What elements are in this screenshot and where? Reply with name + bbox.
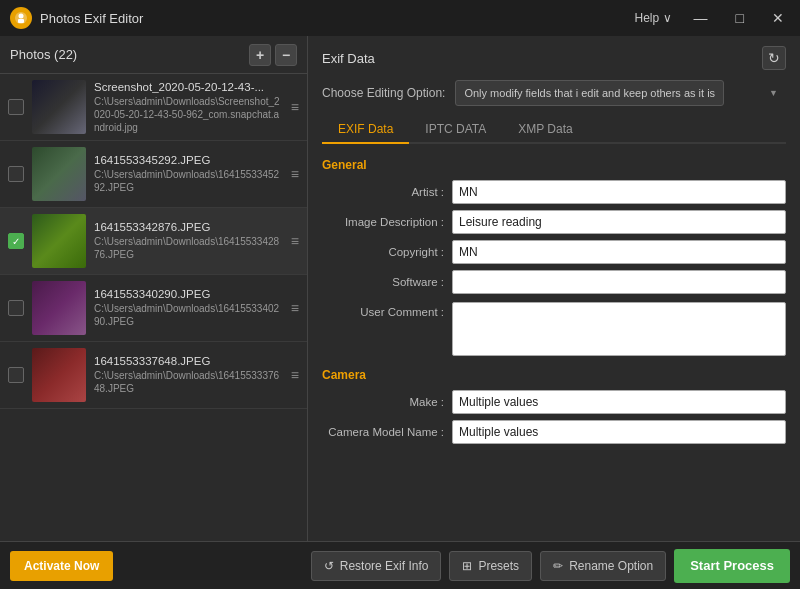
image-description-field-row: Image Description :	[322, 210, 786, 234]
photo-menu-icon[interactable]: ≡	[291, 166, 299, 182]
minimize-button[interactable]: —	[688, 8, 714, 28]
photo-checkbox[interactable]	[8, 367, 24, 383]
artist-input[interactable]	[452, 180, 786, 204]
camera-model-label: Camera Model Name :	[322, 426, 452, 438]
bottom-bar: Activate Now ↺ Restore Exif Info ⊞ Prese…	[0, 541, 800, 589]
photo-action-buttons: + −	[249, 44, 297, 66]
photo-menu-icon[interactable]: ≡	[291, 233, 299, 249]
user-comment-input[interactable]	[452, 302, 786, 356]
rename-option-button[interactable]: ✏ Rename Option	[540, 551, 666, 581]
close-button[interactable]: ✕	[766, 8, 790, 28]
presets-icon: ⊞	[462, 559, 472, 573]
photo-list-item[interactable]: 1641553342876.JPEGC:\Users\admin\Downloa…	[0, 208, 307, 275]
make-label: Make :	[322, 396, 452, 408]
general-section-title: General	[322, 158, 786, 172]
photo-thumbnail	[32, 214, 86, 268]
photo-name: 1641553345292.JPEG	[94, 154, 283, 166]
image-description-label: Image Description :	[322, 216, 452, 228]
remove-photo-button[interactable]: −	[275, 44, 297, 66]
exif-panel-header: Exif Data ↻	[322, 46, 786, 70]
editing-option-select-wrapper: Only modify fields that i edit and keep …	[455, 80, 786, 106]
photo-list-item[interactable]: 1641553337648.JPEGC:\Users\admin\Downloa…	[0, 342, 307, 409]
artist-label: Artist :	[322, 186, 452, 198]
photos-panel-header: Photos (22) + −	[0, 36, 307, 74]
photo-list-item[interactable]: 1641553345292.JPEGC:\Users\admin\Downloa…	[0, 141, 307, 208]
svg-point-1	[19, 14, 24, 19]
image-description-input[interactable]	[452, 210, 786, 234]
photo-name: Screenshot_2020-05-20-12-43-...	[94, 81, 283, 93]
copyright-label: Copyright :	[322, 246, 452, 258]
tab-xmp-data[interactable]: XMP Data	[502, 116, 588, 144]
photo-info: 1641553340290.JPEGC:\Users\admin\Downloa…	[94, 288, 283, 328]
photo-info: 1641553345292.JPEGC:\Users\admin\Downloa…	[94, 154, 283, 194]
photo-path: C:\Users\admin\Downloads\1641553340290.J…	[94, 302, 283, 328]
software-label: Software :	[322, 276, 452, 288]
photo-list: Screenshot_2020-05-20-12-43-...C:\Users\…	[0, 74, 307, 541]
photo-info: 1641553337648.JPEGC:\Users\admin\Downloa…	[94, 355, 283, 395]
photo-thumbnail	[32, 348, 86, 402]
photo-checkbox[interactable]	[8, 166, 24, 182]
title-bar-controls: Help ∨ — □ ✕	[635, 8, 790, 28]
presets-label: Presets	[478, 559, 519, 573]
restore-exif-button[interactable]: ↺ Restore Exif Info	[311, 551, 442, 581]
photo-checkbox[interactable]	[8, 233, 24, 249]
rename-label: Rename Option	[569, 559, 653, 573]
camera-model-input[interactable]	[452, 420, 786, 444]
photo-path: C:\Users\admin\Downloads\1641553337648.J…	[94, 369, 283, 395]
copyright-input[interactable]	[452, 240, 786, 264]
photo-list-item[interactable]: Screenshot_2020-05-20-12-43-...C:\Users\…	[0, 74, 307, 141]
app-logo	[10, 7, 32, 29]
camera-section-title: Camera	[322, 368, 786, 382]
photo-info: 1641553342876.JPEGC:\Users\admin\Downloa…	[94, 221, 283, 261]
restore-icon: ↺	[324, 559, 334, 573]
photo-list-item[interactable]: 1641553340290.JPEGC:\Users\admin\Downloa…	[0, 275, 307, 342]
photo-thumbnail	[32, 281, 86, 335]
camera-model-field-row: Camera Model Name :	[322, 420, 786, 444]
photo-name: 1641553342876.JPEG	[94, 221, 283, 233]
software-input[interactable]	[452, 270, 786, 294]
svg-rect-2	[18, 19, 24, 23]
photo-name: 1641553340290.JPEG	[94, 288, 283, 300]
start-process-button[interactable]: Start Process	[674, 549, 790, 583]
photo-menu-icon[interactable]: ≡	[291, 367, 299, 383]
photo-thumbnail	[32, 147, 86, 201]
activate-now-button[interactable]: Activate Now	[10, 551, 113, 581]
photo-info: Screenshot_2020-05-20-12-43-...C:\Users\…	[94, 81, 283, 134]
artist-field-row: Artist :	[322, 180, 786, 204]
left-panel: Photos (22) + − Screenshot_2020-05-20-12…	[0, 36, 308, 541]
software-field-row: Software :	[322, 270, 786, 294]
exif-tabs: EXIF Data IPTC DATA XMP Data	[322, 116, 786, 144]
rename-icon: ✏	[553, 559, 563, 573]
title-bar: Photos Exif Editor Help ∨ — □ ✕	[0, 0, 800, 36]
photo-name: 1641553337648.JPEG	[94, 355, 283, 367]
editing-option-label: Choose Editing Option:	[322, 86, 445, 100]
photo-checkbox[interactable]	[8, 300, 24, 316]
app-title: Photos Exif Editor	[40, 11, 143, 26]
photo-path: C:\Users\admin\Downloads\Screenshot_2020…	[94, 95, 283, 134]
photo-menu-icon[interactable]: ≡	[291, 300, 299, 316]
copyright-field-row: Copyright :	[322, 240, 786, 264]
presets-button[interactable]: ⊞ Presets	[449, 551, 532, 581]
make-input[interactable]	[452, 390, 786, 414]
refresh-button[interactable]: ↻	[762, 46, 786, 70]
photo-path: C:\Users\admin\Downloads\1641553342876.J…	[94, 235, 283, 261]
maximize-button[interactable]: □	[730, 8, 750, 28]
right-panel: Exif Data ↻ Choose Editing Option: Only …	[308, 36, 800, 541]
make-field-row: Make :	[322, 390, 786, 414]
help-menu[interactable]: Help ∨	[635, 11, 672, 25]
user-comment-label: User Comment :	[322, 302, 452, 318]
photos-panel-title: Photos (22)	[10, 47, 77, 62]
add-photo-button[interactable]: +	[249, 44, 271, 66]
user-comment-field-row: User Comment :	[322, 302, 786, 356]
restore-label: Restore Exif Info	[340, 559, 429, 573]
main-layout: Photos (22) + − Screenshot_2020-05-20-12…	[0, 36, 800, 541]
exif-panel-title: Exif Data	[322, 51, 375, 66]
photo-checkbox[interactable]	[8, 99, 24, 115]
tab-iptc-data[interactable]: IPTC DATA	[409, 116, 502, 144]
tab-exif-data[interactable]: EXIF Data	[322, 116, 409, 144]
photo-menu-icon[interactable]: ≡	[291, 99, 299, 115]
title-bar-left: Photos Exif Editor	[10, 7, 143, 29]
editing-option-row: Choose Editing Option: Only modify field…	[322, 80, 786, 106]
photo-path: C:\Users\admin\Downloads\1641553345292.J…	[94, 168, 283, 194]
editing-option-select[interactable]: Only modify fields that i edit and keep …	[455, 80, 724, 106]
